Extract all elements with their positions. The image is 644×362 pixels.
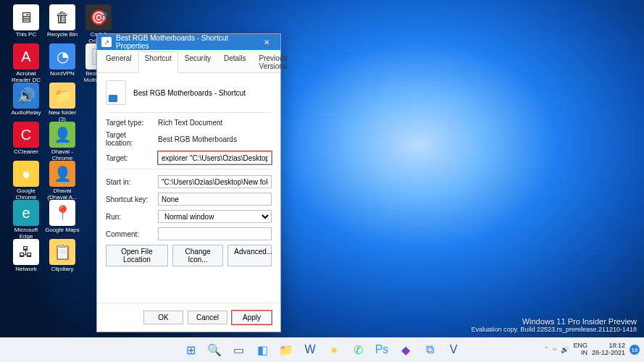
target-type-label: Target type: [106,119,154,127]
icon-glyph: 🗑 [49,4,75,30]
ok-button[interactable]: OK [143,311,183,324]
desktop-icon-dhaval-chrome[interactable]: 👤Dhaval - Chrome [45,122,80,162]
desktop-icon-new-folder-3-[interactable]: 📁New folder (3) [45,83,80,123]
icon-glyph: 👤 [49,161,75,187]
desktop-icon-network[interactable]: 🖧Network [9,239,43,273]
run-label: Run: [106,213,154,221]
word-button[interactable]: W [300,340,320,360]
open-file-location-button[interactable]: Open File Location [106,245,168,266]
tab-previous-versions[interactable]: Previous Versions [253,51,294,72]
vbox-button[interactable]: V [443,340,464,360]
icon-glyph: 👤 [49,122,75,148]
shortcut-key-label: Shortcut key: [106,195,154,203]
startin-label: Start in: [106,178,154,186]
icon-label: AudioRelay [9,110,43,117]
explorer-button[interactable]: 📁 [276,340,296,360]
titlebar[interactable]: ↗ Best RGB Motherboards - Shortcut Prope… [97,34,280,50]
tab-general[interactable]: General [99,51,138,72]
close-icon[interactable]: ✕ [256,34,277,50]
icon-label: Dhaval (Dhaval A... [45,188,80,201]
shortcut-key-input[interactable] [158,193,272,206]
desktop-icon-recycle-bin[interactable]: 🗑Recycle Bin [45,4,80,38]
apply-button[interactable]: Apply [232,311,272,324]
desktop-icon-microsoft-edge[interactable]: eMicrosoft Edge [9,200,43,240]
search-button[interactable]: 🔍 [204,340,225,360]
language-indicator[interactable]: ENG IN [573,342,587,357]
wifi-icon[interactable]: ⌔ [553,346,556,353]
shortcut-name: Best RGB Motherboards - Shortcut [133,89,246,97]
desktop-icon-this-pc[interactable]: 🖥This PC [9,4,43,38]
desktop-icon-google-maps[interactable]: 📍Google Maps [45,200,80,234]
change-icon-button[interactable]: Change Icon... [172,245,224,266]
icon-label: Google Chrome [9,188,43,201]
cancel-button[interactable]: Cancel [188,311,227,324]
photoshop-button[interactable]: Ps [372,340,392,360]
notification-badge[interactable]: 16 [630,345,640,355]
volume-icon[interactable]: 🔊 [561,346,569,353]
desktop-icon-acrobat-reader-dc[interactable]: AAcrobat Reader DC [9,43,43,84]
icon-label: Acrobat Reader DC [9,71,43,84]
properties-body: Best RGB Motherboards - Shortcut Target … [97,73,280,274]
divider [106,169,272,169]
comment-input[interactable] [158,227,272,240]
startin-input[interactable] [158,175,272,188]
target-type-value: Rich Text Document [158,119,272,127]
icon-label: New folder (3) [45,110,80,123]
icon-label: Network [9,266,43,273]
icon-glyph: 🎯 [85,4,112,30]
icon-label: Clipdiary [45,266,80,273]
icon-glyph: C [13,122,39,148]
comment-label: Comment: [106,230,154,238]
desktop-icon-nordvpn[interactable]: ◔NordVPN [45,43,80,77]
watermark: Windows 11 Pro Insider Preview Evaluatio… [472,317,637,333]
clock[interactable]: 18:12 28-12-2021 [592,342,625,357]
target-input[interactable] [158,151,272,164]
desktop-icon-clipdiary[interactable]: 📋Clipdiary [45,239,80,273]
icon-label: Dhaval - Chrome [45,149,80,162]
copy-button[interactable]: ⧉ [419,340,440,360]
title-text: Best RGB Motherboards - Shortcut Propert… [116,34,251,50]
system-tray[interactable]: ˄ ⌔ 🔊 ENG IN 18:12 28-12-2021 16 [545,337,640,362]
tabs: GeneralShortcutSecurityDetailsPrevious V… [97,50,280,73]
target-label: Target: [106,154,154,162]
chrome-button[interactable]: ● [324,340,344,360]
tab-shortcut[interactable]: Shortcut [138,51,178,73]
tray-chevron-icon[interactable]: ˄ [545,346,548,353]
desktop-icon-audiorelay[interactable]: 🔊AudioRelay [9,83,43,117]
icon-glyph: A [13,43,39,70]
desktop-icon-dhaval-dhaval-a-[interactable]: 👤Dhaval (Dhaval A... [45,161,80,201]
icon-glyph: 📋 [49,239,75,265]
target-location-value: Best RGB Motherboards [158,135,272,143]
app-button[interactable]: ◆ [396,340,416,360]
icon-label: NordVPN [45,71,80,77]
icon-label: Recycle Bin [45,32,80,38]
icon-label: CCleaner [9,149,43,156]
dialog-footer: OK Cancel Apply [97,303,280,332]
desktop-icon-ccleaner[interactable]: CCCleaner [9,122,43,156]
icon-glyph: 📁 [49,83,75,109]
whatsapp-button[interactable]: ✆ [348,340,368,360]
icon-label: Google Maps [45,227,80,234]
advanced-button[interactable]: Advanced... [227,245,272,266]
desktop-icon-google-chrome[interactable]: ●Google Chrome [9,161,43,201]
start-button[interactable]: ⊞ [180,340,201,360]
run-select[interactable]: Normal window [158,210,272,223]
divider [106,112,272,113]
icon-glyph: 📍 [49,200,75,226]
shortcut-icon: ↗ [101,37,112,47]
icon-glyph: e [13,200,39,226]
properties-dialog: ↗ Best RGB Motherboards - Shortcut Prope… [96,33,281,332]
widgets-button[interactable]: ◧ [252,340,272,360]
task-view-button[interactable]: ▭ [228,340,248,360]
tab-details[interactable]: Details [217,51,253,72]
icon-glyph: 🖧 [13,239,39,265]
target-location-label: Target location: [106,131,154,147]
icon-glyph: 🔊 [13,83,39,109]
tab-security[interactable]: Security [178,51,217,72]
icon-glyph: 🖥 [13,4,39,30]
file-icon [106,80,126,105]
watermark-line-2: Evaluation copy. Build 22523.rs_prerelea… [472,326,637,333]
watermark-line-1: Windows 11 Pro Insider Preview [472,317,637,326]
icon-glyph: ● [13,161,39,187]
icon-label: This PC [9,32,43,38]
